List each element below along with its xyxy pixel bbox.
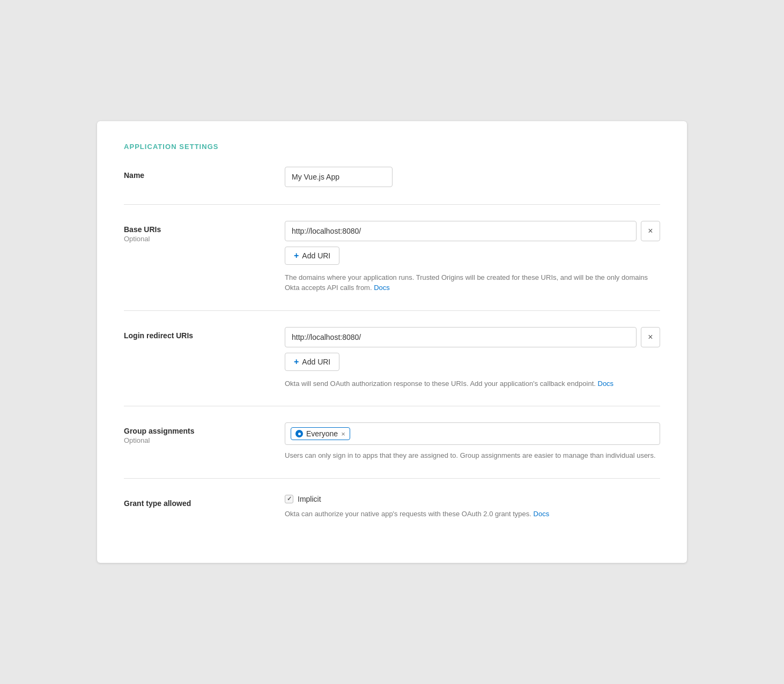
login-redirect-help: Okta will send OAuth authorization respo… <box>285 378 660 389</box>
base-uri-remove-button[interactable]: × <box>641 221 660 241</box>
base-uri-add-button[interactable]: + Add URI <box>285 247 339 265</box>
base-uris-label-col: Base URIs Optional <box>124 221 285 243</box>
implicit-label: Implicit <box>298 495 321 503</box>
grant-type-help: Okta can authorize your native app's req… <box>285 509 660 519</box>
login-redirect-uris-row: Login redirect URIs × + Add URI Okta wil… <box>124 327 660 389</box>
base-uris-label: Base URIs <box>124 225 285 234</box>
section-title: APPLICATION SETTINGS <box>124 143 660 151</box>
login-redirect-uri-input[interactable] <box>285 327 637 347</box>
group-assignments-label: Group assignments <box>124 427 285 435</box>
grant-type-row: Grant type allowed ✓ Implicit Okta can a… <box>124 495 660 519</box>
group-radio-dot <box>295 430 303 437</box>
group-assignments-content: Everyone × Users can only sign in to app… <box>285 422 660 461</box>
base-uri-remove-icon: × <box>648 226 653 236</box>
login-redirect-add-button[interactable]: + Add URI <box>285 353 339 371</box>
base-uris-docs-link[interactable]: Docs <box>374 284 390 292</box>
login-redirect-label-col: Login redirect URIs <box>124 327 285 340</box>
grant-type-label: Grant type allowed <box>124 499 285 508</box>
login-redirect-content: × + Add URI Okta will send OAuth authori… <box>285 327 660 389</box>
group-tag-everyone: Everyone × <box>291 427 350 440</box>
settings-card: APPLICATION SETTINGS Name Base URIs Opti… <box>97 121 687 563</box>
divider-4 <box>124 478 660 479</box>
name-field-row: Name <box>124 167 660 187</box>
login-redirect-remove-button[interactable]: × <box>641 327 660 347</box>
checkmark-icon: ✓ <box>287 495 292 502</box>
login-redirect-help-text: Okta will send OAuth authorization respo… <box>285 380 596 388</box>
grant-type-docs-link[interactable]: Docs <box>534 510 550 518</box>
name-input[interactable] <box>285 167 393 187</box>
name-field-content <box>285 167 660 187</box>
divider-2 <box>124 310 660 311</box>
group-assignments-label-col: Group assignments Optional <box>124 422 285 444</box>
grant-type-label-col: Grant type allowed <box>124 495 285 508</box>
name-label-col: Name <box>124 167 285 180</box>
base-uri-input-row: × <box>285 221 660 241</box>
divider-3 <box>124 406 660 406</box>
group-tag-input[interactable]: Everyone × <box>285 422 660 445</box>
group-assignments-row: Group assignments Optional Everyone × Us… <box>124 422 660 461</box>
base-uris-sublabel: Optional <box>124 235 285 243</box>
grant-type-help-text: Okta can authorize your native app's req… <box>285 510 531 518</box>
group-tag-label: Everyone <box>306 429 338 438</box>
plus-icon: + <box>294 251 299 261</box>
base-uris-help: The domains where your application runs.… <box>285 272 660 293</box>
base-uris-help-text: The domains where your application runs.… <box>285 273 648 292</box>
base-uri-input[interactable] <box>285 221 637 241</box>
base-uri-add-label: Add URI <box>302 251 330 260</box>
name-label: Name <box>124 171 285 180</box>
group-assignments-help: Users can only sign in to apps that they… <box>285 450 660 461</box>
login-redirect-docs-link[interactable]: Docs <box>598 380 614 388</box>
login-redirect-add-label: Add URI <box>302 358 330 366</box>
divider-1 <box>124 204 660 205</box>
plus-icon-2: + <box>294 357 299 367</box>
base-uris-row: Base URIs Optional × + Add URI The domai… <box>124 221 660 293</box>
login-redirect-input-row: × <box>285 327 660 347</box>
implicit-checkbox[interactable]: ✓ <box>285 495 293 503</box>
grant-type-content: ✓ Implicit Okta can authorize your nativ… <box>285 495 660 519</box>
login-redirect-label: Login redirect URIs <box>124 331 285 340</box>
implicit-checkbox-row: ✓ Implicit <box>285 495 660 503</box>
group-assignments-sublabel: Optional <box>124 436 285 444</box>
login-redirect-remove-icon: × <box>648 332 653 342</box>
group-tag-remove-icon[interactable]: × <box>341 430 345 437</box>
base-uris-content: × + Add URI The domains where your appli… <box>285 221 660 293</box>
group-assignments-help-text: Users can only sign in to apps that they… <box>285 451 656 459</box>
